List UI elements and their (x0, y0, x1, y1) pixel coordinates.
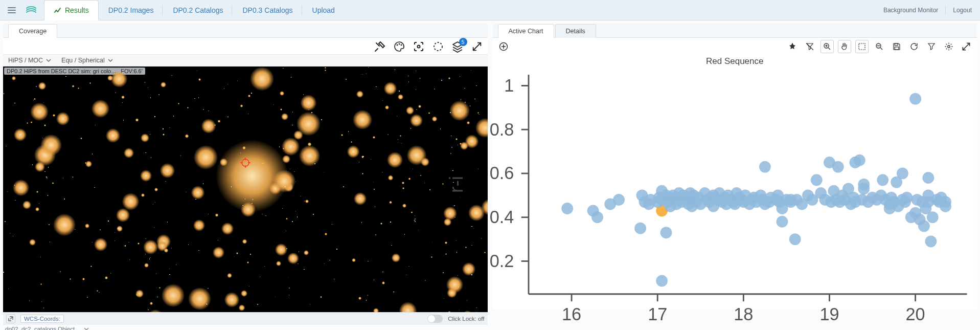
svg-text:r-i: r-i (445, 176, 467, 193)
color-palette-icon[interactable] (393, 40, 406, 53)
nav-tab-results[interactable]: Results (44, 0, 99, 20)
hips-label: HiPS / MOC (8, 57, 43, 64)
svg-point-164 (858, 179, 870, 190)
svg-text:20: 20 (905, 304, 925, 324)
svg-point-3 (417, 46, 420, 48)
wcs-coords-chip[interactable]: WCS-Coords: (20, 315, 64, 323)
click-lock-label: Click Lock: off (448, 316, 484, 322)
status-text: dp02_dc2_catalogs.Object… (5, 326, 81, 330)
pan-icon[interactable] (838, 40, 851, 53)
svg-text:0.6: 0.6 (489, 163, 514, 183)
svg-point-158 (759, 161, 770, 173)
svg-text:17: 17 (648, 304, 667, 324)
subtab-label: Coverage (19, 28, 47, 35)
chart-toolbar (493, 38, 977, 54)
tools-icon[interactable] (373, 40, 386, 53)
hips-dropdown[interactable]: HiPS / MOC (8, 57, 51, 64)
nav-tab-dp03-catalogs[interactable]: DP0.3 Catalogs (233, 0, 302, 20)
nav-tab-label: Results (65, 6, 89, 14)
svg-text:16: 16 (561, 304, 581, 324)
target-reticle-icon (240, 158, 250, 168)
svg-text:18: 18 (734, 304, 753, 324)
svg-point-151 (925, 235, 937, 247)
zoom-fit-icon[interactable] (873, 40, 886, 53)
svg-point-157 (909, 93, 921, 105)
subtab-details[interactable]: Details (555, 24, 596, 38)
svg-point-107 (789, 233, 801, 245)
svg-point-1 (398, 43, 400, 45)
projection-label: Equ / Spherical (61, 57, 105, 64)
image-footer: WCS-Coords: Click Lock: off (3, 312, 488, 325)
nav-tab-dp02-catalogs[interactable]: DP0.2 Catalogs (163, 0, 233, 20)
layers-badge-count: 5 (459, 38, 467, 46)
zoom-in-icon[interactable] (821, 40, 834, 53)
svg-point-4 (434, 42, 442, 51)
svg-text:1: 1 (504, 76, 514, 95)
scatter-plot[interactable]: 16171819200.20.40.60.81ir-i (529, 75, 967, 294)
nav-tab-label: DP0.3 Catalogs (242, 6, 292, 14)
overlay-title: DP0.2 HiPS from DESC DC2 sim: gri colo… (7, 68, 117, 74)
nav-tab-label: DP0.2 Catalogs (173, 6, 223, 14)
svg-text:0.4: 0.4 (489, 207, 514, 227)
pin-icon[interactable] (786, 40, 799, 53)
filter-icon[interactable] (925, 40, 938, 53)
svg-point-160 (776, 216, 788, 228)
svg-point-42 (634, 223, 646, 234)
nav-tab-upload[interactable]: Upload (303, 0, 345, 20)
svg-point-162 (660, 227, 672, 238)
save-icon[interactable] (890, 40, 903, 53)
svg-point-168 (896, 168, 908, 180)
popout-icon[interactable] (6, 314, 15, 323)
svg-point-165 (849, 157, 861, 168)
image-pane: Coverage 5 (3, 24, 488, 325)
svg-point-167 (785, 194, 796, 206)
chart-area[interactable]: Red Sequence 16171819200.20.40.60.81ir-i (493, 54, 977, 309)
svg-point-12 (948, 46, 950, 48)
image-subtab-bar: Coverage (3, 24, 488, 38)
projection-dropdown[interactable]: Equ / Spherical (61, 57, 113, 64)
chevron-down-icon (46, 58, 51, 63)
select-region-icon[interactable] (431, 40, 445, 53)
logout-link[interactable]: Logout (953, 7, 972, 14)
settings-icon[interactable] (942, 40, 955, 53)
subtab-coverage[interactable]: Coverage (8, 24, 57, 38)
svg-rect-10 (895, 43, 898, 46)
svg-point-161 (656, 275, 668, 287)
reset-icon[interactable] (907, 40, 921, 53)
recenter-icon[interactable] (412, 40, 425, 53)
chart-subtab-bar: Active Chart Details (493, 24, 977, 38)
svg-point-41 (613, 194, 625, 206)
top-navbar: Results DP0.2 Images DP0.2 Catalogs DP0.… (0, 0, 980, 20)
svg-point-166 (883, 203, 895, 214)
svg-point-163 (591, 211, 603, 223)
layers-icon[interactable]: 5 (451, 40, 464, 53)
svg-point-142 (901, 192, 913, 204)
expand-chart-icon[interactable] (960, 40, 973, 53)
svg-text:0.2: 0.2 (489, 251, 514, 271)
sky-image-viewer[interactable]: DP0.2 HiPS from DESC DC2 sim: gri colo…F… (3, 67, 488, 312)
svg-point-171 (940, 196, 951, 208)
svg-rect-11 (895, 47, 899, 50)
image-toolbar: 5 (3, 38, 488, 54)
svg-point-133 (877, 174, 888, 186)
add-chart-icon[interactable] (497, 40, 510, 53)
subtab-label: Active Chart (509, 28, 543, 35)
svg-text:19: 19 (819, 304, 839, 324)
clear-filter-icon[interactable] (803, 40, 816, 53)
click-lock-toggle[interactable] (427, 315, 443, 323)
svg-point-170 (922, 189, 934, 201)
chart-title: Red Sequence (493, 54, 977, 67)
svg-point-152 (926, 211, 938, 223)
svg-point-118 (832, 161, 844, 173)
svg-text:0.8: 0.8 (489, 120, 514, 139)
menu-button[interactable] (3, 0, 20, 20)
expand-icon[interactable] (470, 40, 484, 53)
background-monitor-link[interactable]: Background Monitor (883, 7, 938, 14)
hips-bar: HiPS / MOC Equ / Spherical (3, 54, 488, 67)
nav-tabs: Results DP0.2 Images DP0.2 Catalogs DP0.… (44, 0, 345, 20)
box-select-icon[interactable] (855, 40, 869, 53)
svg-rect-8 (859, 43, 865, 50)
subtab-active-chart[interactable]: Active Chart (498, 24, 554, 38)
subtab-label: Details (566, 28, 585, 35)
nav-tab-dp02-images[interactable]: DP0.2 Images (99, 0, 164, 20)
